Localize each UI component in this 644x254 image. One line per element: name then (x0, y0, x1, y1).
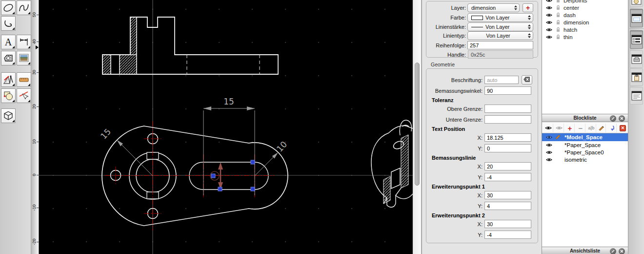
snap-tool-button[interactable] (17, 88, 31, 103)
layer-row[interactable]: center (542, 4, 628, 11)
blocklist-title: Blockliste (573, 115, 596, 121)
toggle-property-editor-button[interactable] (630, 9, 643, 27)
toggle-layer-list-button[interactable] (630, 30, 643, 49)
block-row-paper-space[interactable]: *Paper_Space (542, 141, 628, 149)
ellipse-tool-button[interactable] (1, 0, 16, 15)
arrowhead-left (203, 106, 211, 110)
layer-row[interactable]: hatch (542, 26, 628, 33)
eye-icon (546, 135, 552, 140)
toggle-clipboard-panel-button[interactable] (630, 68, 643, 86)
drafting-tools-button[interactable] (1, 72, 16, 87)
close-panel-button[interactable] (619, 115, 625, 122)
submenu-corner (12, 12, 15, 14)
insert-block-button[interactable] (607, 124, 617, 132)
delete-block-button[interactable]: ✕ (618, 124, 627, 132)
toggle-tool-panel-button[interactable] (630, 0, 643, 7)
text-position-y-input[interactable] (484, 144, 531, 152)
linetype-select[interactable]: Von Layer (467, 31, 533, 40)
canvas-scrollbar[interactable] (413, 0, 422, 254)
draworder-input[interactable] (467, 41, 533, 49)
linetype-label: Linientyp: (424, 33, 466, 39)
block-row-model-space[interactable]: *Model_Space (542, 133, 628, 141)
block-row-paper-space0[interactable]: *Paper_Space0 (542, 148, 628, 156)
lists-panel: Defpoints center dash dimension (542, 0, 628, 254)
layer-row[interactable]: thin (542, 33, 628, 41)
upper-limit-label: Obere Grenze: (424, 106, 483, 112)
arrowhead-right (247, 106, 255, 110)
submenu-corner (12, 62, 15, 64)
lock-icon (556, 5, 561, 10)
hide-all-blocks-button[interactable] (555, 124, 564, 132)
lock-icon (556, 12, 561, 18)
extension-point-1-x-input[interactable] (484, 191, 531, 199)
hatch-tool-button[interactable] (1, 51, 16, 65)
label-label: Beschriftung: (424, 77, 483, 83)
image-tool-button[interactable] (17, 51, 31, 65)
backspace-icon (523, 76, 531, 83)
layer-row[interactable]: dimension (542, 19, 628, 26)
text-position-y-label: Y: (424, 146, 483, 151)
block-row-isometric[interactable]: isometric (542, 156, 628, 164)
modify-tool-button[interactable] (1, 88, 16, 103)
toggle-print-panel-button[interactable] (630, 50, 643, 68)
undock-panel-button[interactable] (610, 248, 616, 254)
toggle-command-line-button[interactable] (630, 87, 643, 105)
submenu-corner (12, 100, 15, 102)
rename-block-button[interactable]: a|b (587, 124, 596, 132)
layer-select[interactable]: dimension (467, 3, 520, 12)
color-select-value: Von Layer (485, 15, 510, 21)
clear-label-button[interactable] (522, 75, 532, 85)
command-line-panel-icon (631, 91, 642, 101)
color-select[interactable]: Von Layer (467, 13, 533, 22)
measure-tool-button[interactable] (17, 72, 31, 87)
text-tool-button[interactable]: A (1, 35, 16, 49)
dimension-10-radius: 10 (255, 139, 289, 176)
dimension-line-x-input[interactable] (484, 162, 531, 170)
submenu-corner (28, 12, 30, 14)
lock-icon (556, 27, 561, 32)
remove-block-button[interactable]: − (576, 124, 585, 132)
layer-name: thin (564, 34, 573, 40)
add-layer-button[interactable]: + (523, 3, 533, 12)
lock-icon (556, 34, 561, 40)
polyline-tool-button[interactable] (1, 16, 16, 31)
layer-row[interactable]: Defpoints (542, 0, 628, 4)
add-block-button[interactable]: + (565, 124, 575, 132)
application-window: A (0, 0, 644, 254)
upper-limit-input[interactable] (484, 105, 531, 113)
lineweight-select[interactable]: Von Layer (467, 22, 533, 31)
grip-text-position[interactable] (211, 174, 215, 178)
dimension-line-y-input[interactable] (484, 173, 531, 181)
label-input[interactable] (484, 76, 519, 84)
submenu-corner (28, 100, 30, 102)
crosshair-axes (39, 0, 413, 254)
grip-extension-point-1[interactable] (251, 160, 255, 164)
undock-panel-button[interactable] (610, 115, 616, 122)
submenu-corner (28, 84, 30, 86)
select-stepper-icon (528, 15, 531, 20)
iso-view-tool-button[interactable] (1, 108, 16, 123)
drawing-canvas[interactable]: 15 15 10 (39, 0, 413, 254)
grip-dimline-point[interactable] (218, 187, 222, 191)
extension-point-2-y-input[interactable] (484, 231, 531, 239)
panel-toggle-toolbar (628, 0, 644, 254)
left-toolbar: A (0, 0, 31, 254)
show-all-blocks-button[interactable] (544, 124, 553, 132)
edit-block-button[interactable] (597, 124, 606, 132)
layer-row[interactable]: dash (542, 11, 628, 19)
ruler-position-marker (36, 45, 39, 49)
scrollbar-thumb[interactable] (415, 63, 420, 186)
lower-limit-input[interactable] (484, 115, 531, 124)
text-position-x-input[interactable] (484, 133, 531, 142)
layer-label: Layer: (424, 5, 466, 11)
lock-icon (556, 20, 561, 25)
extension-point-1-y-input[interactable] (484, 202, 531, 210)
delete-x-icon: ✕ (620, 125, 626, 131)
extension-point-2-x-input[interactable] (484, 220, 531, 228)
close-panel-button[interactable] (619, 248, 625, 254)
grip-extension-point-2[interactable] (251, 187, 255, 191)
dim-angle-input[interactable] (484, 86, 531, 95)
spline-tool-button[interactable] (17, 0, 31, 15)
dimension-tool-button[interactable] (17, 35, 31, 49)
extension-point-2-y-label: Y: (424, 232, 483, 238)
